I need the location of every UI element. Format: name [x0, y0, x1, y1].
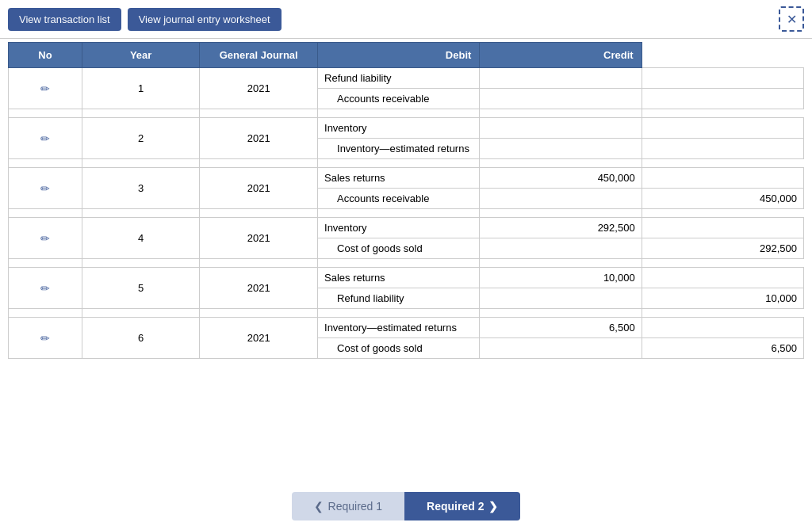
table-row: ✏62021Inventory—estimated returns6,500 [9, 318, 804, 338]
required-1-button[interactable]: ❮ Required 1 [292, 492, 405, 520]
debit-amount [480, 238, 642, 259]
credit-amount [642, 89, 803, 109]
credit-amount [642, 139, 803, 159]
row-number: 5 [82, 268, 200, 309]
spacer-row [9, 309, 804, 318]
col-header-credit: Credit [480, 43, 642, 68]
col-header-no: No [9, 43, 82, 68]
chevron-left-icon: ❮ [314, 500, 324, 513]
required-2-label: Required 2 [427, 500, 484, 513]
required-1-label: Required 1 [328, 500, 383, 513]
debit-amount: 10,000 [480, 268, 642, 288]
journal-description: Refund liability [318, 68, 480, 89]
chevron-right-icon: ❯ [488, 500, 498, 513]
credit-amount [642, 168, 803, 189]
credit-amount: 292,500 [642, 238, 803, 259]
edit-icon[interactable]: ✏ [9, 118, 82, 159]
col-header-debit: Debit [318, 43, 480, 68]
credit-amount [642, 318, 803, 338]
table-row: ✏22021Inventory [9, 118, 804, 139]
edit-icon[interactable]: ✏ [9, 218, 82, 259]
journal-description: Refund liability [318, 288, 480, 309]
col-header-journal: General Journal [200, 43, 318, 68]
edit-icon[interactable]: ✏ [9, 168, 82, 209]
spacer-row [9, 159, 804, 168]
row-number: 1 [82, 68, 200, 109]
debit-amount [480, 338, 642, 359]
journal-description: Cost of goods sold [318, 338, 480, 359]
row-number: 3 [82, 168, 200, 209]
table-row: ✏42021Inventory292,500 [9, 218, 804, 238]
credit-amount: 6,500 [642, 338, 803, 359]
close-icon: ✕ [787, 12, 797, 27]
credit-amount [642, 118, 803, 139]
edit-icon[interactable]: ✏ [9, 68, 82, 109]
row-number: 2 [82, 118, 200, 159]
journal-description: Accounts receivable [318, 89, 480, 109]
credit-amount: 450,000 [642, 189, 803, 209]
journal-table-wrapper: No Year General Journal Debit Credit ✏12… [0, 39, 812, 359]
row-year: 2021 [200, 118, 318, 159]
spacer-row [9, 259, 804, 268]
journal-description: Sales returns [318, 168, 480, 189]
debit-amount [480, 68, 642, 89]
bottom-navigation: ❮ Required 1 Required 2 ❯ [0, 482, 812, 530]
table-row: ✏52021Sales returns10,000 [9, 268, 804, 288]
credit-amount [642, 268, 803, 288]
row-year: 2021 [200, 318, 318, 359]
row-year: 2021 [200, 218, 318, 259]
table-row: ✏32021Sales returns450,000 [9, 168, 804, 189]
table-header-row: No Year General Journal Debit Credit [9, 43, 804, 68]
close-button[interactable]: ✕ [779, 6, 804, 32]
debit-amount: 450,000 [480, 168, 642, 189]
row-year: 2021 [200, 268, 318, 309]
journal-description: Inventory—estimated returns [318, 139, 480, 159]
debit-amount [480, 118, 642, 139]
journal-description: Inventory—estimated returns [318, 318, 480, 338]
debit-amount [480, 288, 642, 309]
spacer-row [9, 209, 804, 218]
debit-amount: 6,500 [480, 318, 642, 338]
row-number: 4 [82, 218, 200, 259]
required-2-button[interactable]: Required 2 ❯ [404, 492, 520, 520]
journal-description: Inventory [318, 118, 480, 139]
row-number: 6 [82, 318, 200, 359]
row-year: 2021 [200, 168, 318, 209]
toolbar: View transaction list View journal entry… [0, 0, 812, 39]
credit-amount: 10,000 [642, 288, 803, 309]
row-year: 2021 [200, 68, 318, 109]
credit-amount [642, 68, 803, 89]
edit-icon[interactable]: ✏ [9, 268, 82, 309]
journal-description: Cost of goods sold [318, 238, 480, 259]
debit-amount [480, 89, 642, 109]
view-transaction-list-button[interactable]: View transaction list [8, 8, 121, 31]
journal-description: Sales returns [318, 268, 480, 288]
debit-amount [480, 139, 642, 159]
journal-description: Inventory [318, 218, 480, 238]
credit-amount [642, 218, 803, 238]
col-header-year: Year [82, 43, 200, 68]
table-row: ✏12021Refund liability [9, 68, 804, 89]
view-journal-entry-worksheet-button[interactable]: View journal entry worksheet [128, 8, 282, 31]
journal-description: Accounts receivable [318, 189, 480, 209]
debit-amount [480, 189, 642, 209]
debit-amount: 292,500 [480, 218, 642, 238]
edit-icon[interactable]: ✏ [9, 318, 82, 359]
general-journal-table: No Year General Journal Debit Credit ✏12… [8, 42, 804, 359]
spacer-row [9, 109, 804, 118]
